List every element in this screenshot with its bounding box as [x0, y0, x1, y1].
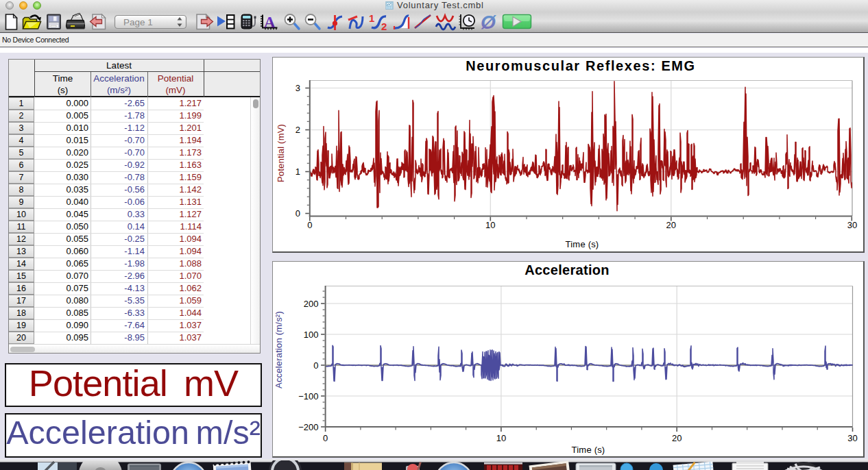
- svg-text:200: 200: [304, 299, 319, 309]
- svg-text:0: 0: [307, 220, 312, 230]
- svg-text:0: 0: [313, 360, 318, 371]
- svg-text:A: A: [264, 14, 276, 31]
- svg-text:1: 1: [369, 12, 374, 24]
- svg-text:30: 30: [847, 220, 857, 230]
- svg-text:−200: −200: [298, 422, 318, 432]
- svg-text:10: 10: [485, 220, 495, 230]
- svg-text:0: 0: [296, 208, 300, 219]
- svg-text:2: 2: [381, 21, 387, 32]
- svg-text:20: 20: [672, 433, 682, 443]
- svg-text:−100: −100: [298, 391, 318, 401]
- svg-text:20: 20: [666, 220, 676, 230]
- svg-text:Ø: Ø: [481, 12, 496, 33]
- svg-text:1: 1: [296, 166, 300, 177]
- svg-text:3: 3: [296, 83, 300, 93]
- svg-text:Page 1: Page 1: [123, 17, 153, 27]
- svg-text:30: 30: [847, 433, 857, 443]
- svg-text:0: 0: [323, 433, 328, 443]
- svg-text:10: 10: [496, 433, 506, 443]
- svg-text:100: 100: [304, 330, 319, 340]
- svg-text:2: 2: [296, 125, 300, 135]
